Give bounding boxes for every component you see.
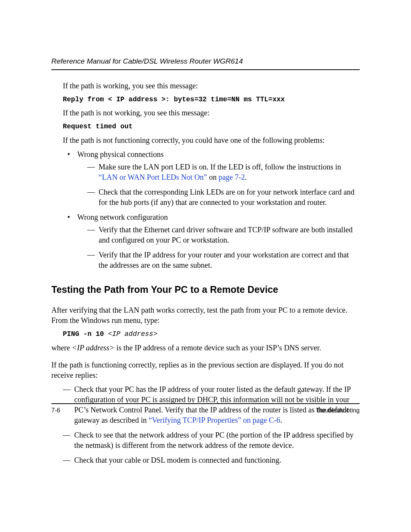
- list-item: Wrong physical connections Make sure the…: [63, 149, 360, 208]
- paragraph: After verifying that the LAN path works …: [51, 305, 360, 326]
- list-item: Wrong network configuration Verify that …: [63, 212, 360, 270]
- code-line: Request timed out: [63, 122, 360, 131]
- paragraph: If the path is functioning correctly, re…: [51, 360, 360, 380]
- section-heading: Testing the Path from Your PC to a Remot…: [51, 283, 360, 296]
- page: Reference Manual for Cable/DSL Wireless …: [0, 0, 411, 532]
- text: .: [280, 416, 282, 424]
- code-cmd: PING -n 10: [63, 330, 108, 338]
- paragraph: If the path is not working, you see this…: [63, 108, 360, 118]
- header-rule: [51, 69, 360, 70]
- code-line: PING -n 10 <IP address>: [63, 329, 360, 339]
- dash-list: Check that your PC has the IP address of…: [63, 384, 360, 465]
- text: where: [51, 343, 72, 352]
- list-item: Verify that the Ethernet card driver sof…: [77, 225, 360, 245]
- list-item: Make sure the LAN port LED is on. If the…: [77, 162, 360, 182]
- dash-list: Make sure the LAN port LED is on. If the…: [77, 162, 360, 208]
- text-italic: <IP address>: [72, 343, 115, 352]
- list-item: Check that the corresponding Link LEDs a…: [77, 187, 360, 208]
- page-footer: 7-6 Troubleshooting: [51, 403, 360, 414]
- link-page-7-2[interactable]: page 7-2: [218, 173, 245, 181]
- paragraph: If the path is working, you see this mes…: [63, 81, 360, 91]
- list-item-title: Wrong network configuration: [77, 213, 168, 221]
- paragraph: If the path is not functioning correctly…: [63, 135, 360, 145]
- link-lan-wan-leds[interactable]: “LAN or WAN Port LEDs Not On”: [99, 173, 207, 181]
- text: .: [245, 173, 247, 181]
- paragraph: where <IP address> is the IP address of …: [51, 343, 360, 353]
- list-item: Verify that the IP address for your rout…: [77, 250, 360, 270]
- link-verifying-tcpip[interactable]: “Verifying TCP/IP Properties” on page C-…: [148, 416, 280, 424]
- text: is the IP address of a remote device suc…: [115, 343, 321, 352]
- list-item: Check that your cable or DSL modem is co…: [63, 455, 360, 465]
- text: Make sure the LAN port LED is on. If the…: [99, 163, 341, 171]
- code-arg: <IP address>: [108, 330, 158, 338]
- dash-list: Verify that the Ethernet card driver sof…: [77, 225, 360, 270]
- page-number: 7-6: [51, 407, 60, 414]
- running-header: Reference Manual for Cable/DSL Wireless …: [51, 57, 360, 66]
- list-item-title: Wrong physical connections: [77, 150, 164, 158]
- list-item: Check to see that the network address of…: [63, 430, 360, 451]
- text: on: [207, 173, 218, 181]
- bullet-list: Wrong physical connections Make sure the…: [63, 149, 360, 270]
- section-name: Troubleshooting: [316, 407, 360, 414]
- code-line: Reply from < IP address >: bytes=32 time…: [63, 95, 360, 104]
- footer-rule: [51, 403, 360, 404]
